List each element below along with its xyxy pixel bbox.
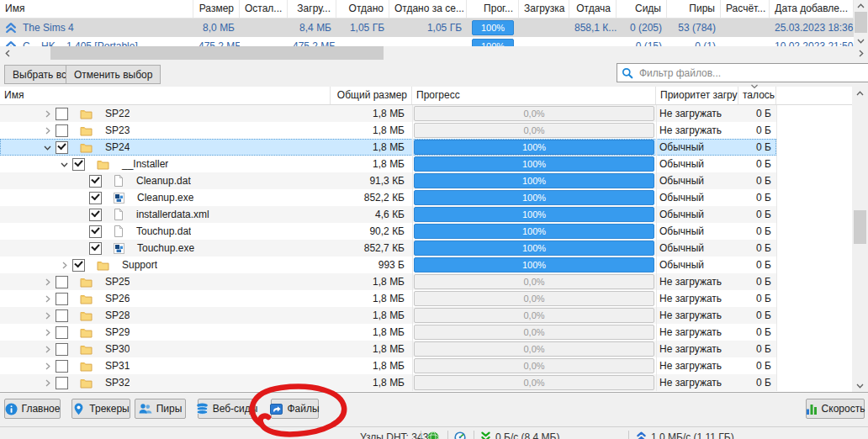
scroll-down-icon[interactable] [852,379,868,392]
tree-expander-right-icon[interactable] [39,105,56,122]
file-checkbox[interactable] [56,108,68,120]
tree-expander-right-icon[interactable] [39,341,56,357]
speed-button[interactable]: Скорость [806,399,865,419]
file-row[interactable]: SP251,8 МБ0,0%Не загружать0 Б [0,273,776,290]
file-priority[interactable]: Обычный [659,172,737,189]
file-priority[interactable]: Не загружать [659,122,737,139]
torrent-col-added[interactable]: Дата добавле... [770,0,854,18]
file-priority[interactable]: Не загружать [659,290,737,307]
scroll-up-icon[interactable] [852,87,868,99]
file-checkbox[interactable] [56,377,68,389]
file-row[interactable]: Cleanup.dat91,3 КБ100%Обычный0 Б [0,172,776,189]
torrent-col-uploaded[interactable]: Отдано [336,0,389,18]
tree-expander-right-icon[interactable] [39,357,56,374]
scrollbar-thumb[interactable] [855,12,867,33]
file-row[interactable]: SP321,8 МБ0,0%Не загружать0 Б [0,374,776,391]
file-priority[interactable]: Не загружать [659,105,737,122]
torrent-col-name[interactable]: Имя [0,0,193,18]
torrent-row[interactable]: C... HK... 1.405 [Portable]475,2 МБ475,2… [0,37,854,46]
file-checkbox[interactable] [89,242,102,255]
file-row[interactable]: SP301,8 МБ0,0%Не загружать0 Б [0,341,776,357]
connection-status-icon[interactable] [427,431,439,439]
file-checkbox[interactable] [56,141,68,154]
tab-peers[interactable]: Пиры [135,399,186,419]
file-checkbox[interactable] [56,124,68,137]
tree-expander-down-icon[interactable] [56,156,72,172]
tree-expander-right-icon[interactable] [39,307,56,324]
file-row[interactable]: SP221,8 МБ0,0%Не загружать0 Б [0,105,776,122]
file-priority[interactable]: Не загружать [659,273,737,290]
tree-expander-right-icon[interactable] [39,324,56,341]
file-priority[interactable]: Обычный [659,139,737,156]
torrent-col-up_speed[interactable]: Отдача [569,0,617,18]
file-row[interactable]: SP241,8 МБ100%Обычный0 Б [0,139,776,156]
file-checkbox[interactable] [56,276,68,288]
file-col-name[interactable]: Имя [0,87,331,104]
file-priority[interactable]: Обычный [659,257,737,273]
file-row[interactable]: SP311,8 МБ0,0%Не загружать0 Б [0,357,776,374]
scrollbar-thumb[interactable] [50,46,384,60]
file-priority[interactable]: Не загружать [659,341,737,357]
file-row[interactable]: __Installer1,8 МБ100%Обычный0 Б [0,156,776,172]
file-priority[interactable]: Обычный [659,189,737,206]
scroll-right-icon[interactable] [854,46,868,60]
file-checkbox[interactable] [72,158,85,171]
file-checkbox[interactable] [89,209,102,221]
torrent-col-dl_speed[interactable]: Загрузка [519,0,569,18]
scroll-left-icon[interactable] [0,46,14,60]
torrent-col-size[interactable]: Размер [193,0,240,18]
tree-expander-down-icon[interactable] [39,139,56,156]
tree-expander-right-icon[interactable] [39,374,56,391]
file-row[interactable]: SP281,8 МБ0,0%Не загружать0 Б [0,307,776,324]
file-checkbox[interactable] [56,360,68,373]
tree-expander-right-icon[interactable] [39,122,56,139]
file-row[interactable]: Support993 Б100%Обычный0 Б [0,257,776,273]
file-priority[interactable]: Обычный [659,223,737,240]
file-row[interactable]: SP261,8 МБ0,0%Не загружать0 Б [0,290,776,307]
torrent-col-eta[interactable]: Расчёт... [721,0,770,18]
file-checkbox[interactable] [72,259,85,272]
file-row[interactable]: installerdata.xml4,6 КБ100%Обычный0 Б [0,206,776,223]
torrent-col-progress[interactable]: Прог... [467,0,519,18]
clear-selection-button[interactable]: Отменить выбор [66,65,161,84]
file-priority[interactable]: Обычный [659,156,737,172]
file-priority[interactable]: Обычный [659,240,737,257]
torrent-col-downloaded[interactable]: Загру... [288,0,336,18]
file-filter-input[interactable] [638,66,865,80]
file-row[interactable]: Touchup.dat90,2 КБ100%Обычный0 Б [0,223,776,240]
torrent-col-peers[interactable]: Пиры [667,0,721,18]
file-priority[interactable]: Обычный [659,206,737,223]
tree-expander-right-icon[interactable] [39,290,56,307]
file-row[interactable]: SP291,8 МБ0,0%Не загружать0 Б [0,324,776,341]
scrollbar-thumb[interactable] [854,210,866,244]
file-col-remaining[interactable]: талось [738,87,776,104]
tab-main[interactable]: Главное [4,399,61,419]
file-row[interactable]: SP231,8 МБ0,0%Не загружать0 Б [0,122,776,139]
file-checkbox[interactable] [89,175,102,188]
tab-trackers[interactable]: Трекеры [71,399,130,419]
file-checkbox[interactable] [56,326,68,339]
torrent-col-seeds[interactable]: Сиды [617,0,667,18]
tab-webseeds[interactable]: Веб-сиды [198,399,256,419]
file-col-priority[interactable]: Приоритет загру [656,87,738,104]
file-row[interactable]: Touchup.exe852,7 КБ100%Обычный0 Б [0,240,776,257]
file-col-size[interactable]: Общий размер [331,87,412,104]
file-checkbox[interactable] [56,309,68,322]
torrent-horizontal-scrollbar[interactable] [0,46,868,60]
scroll-down-icon[interactable] [854,35,868,46]
torrent-col-remaining[interactable]: Остал... [240,0,288,18]
file-checkbox[interactable] [89,225,102,238]
file-priority[interactable]: Не загружать [659,357,737,374]
torrent-vertical-scrollbar[interactable] [854,0,868,46]
tree-expander-right-icon[interactable] [56,257,72,273]
file-priority[interactable]: Не загружать [659,324,737,341]
torrent-col-uploaded_session[interactable]: Отдано за се... [389,0,467,18]
file-checkbox[interactable] [56,293,68,305]
file-priority[interactable]: Не загружать [659,374,737,391]
file-checkbox[interactable] [56,343,68,356]
speed-limits-icon[interactable] [454,431,466,439]
tree-expander-right-icon[interactable] [39,273,56,290]
file-col-progress[interactable]: Прогресс [412,87,656,104]
scroll-up-icon[interactable] [854,0,868,11]
file-vertical-scrollbar[interactable] [852,87,868,392]
